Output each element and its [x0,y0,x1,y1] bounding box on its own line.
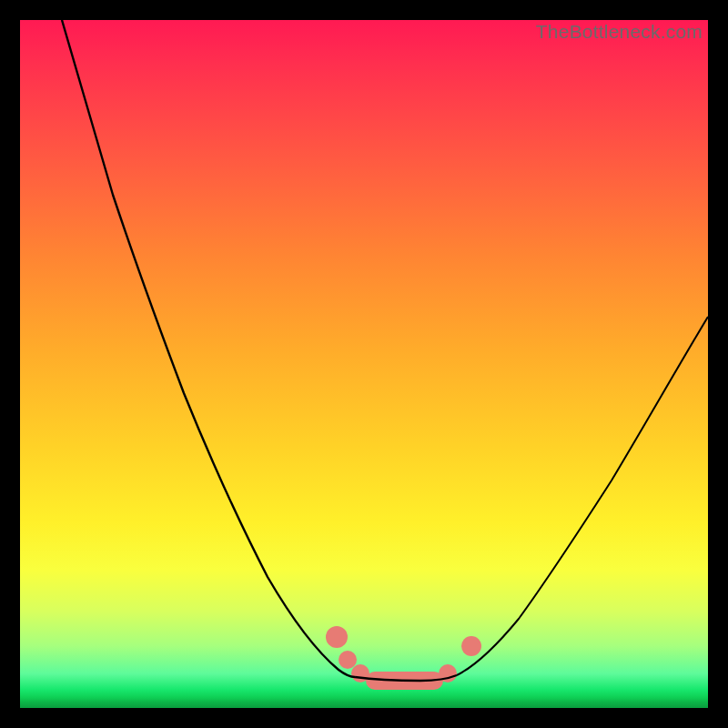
curve-layer [20,20,708,708]
marker-dot [339,651,357,669]
marker-dot [461,636,481,656]
right-curve [457,317,708,675]
marker-dot [326,626,348,648]
chart-frame: TheBottleneck.com [0,0,728,728]
left-curve [62,20,355,677]
plot-area: TheBottleneck.com [20,20,708,708]
